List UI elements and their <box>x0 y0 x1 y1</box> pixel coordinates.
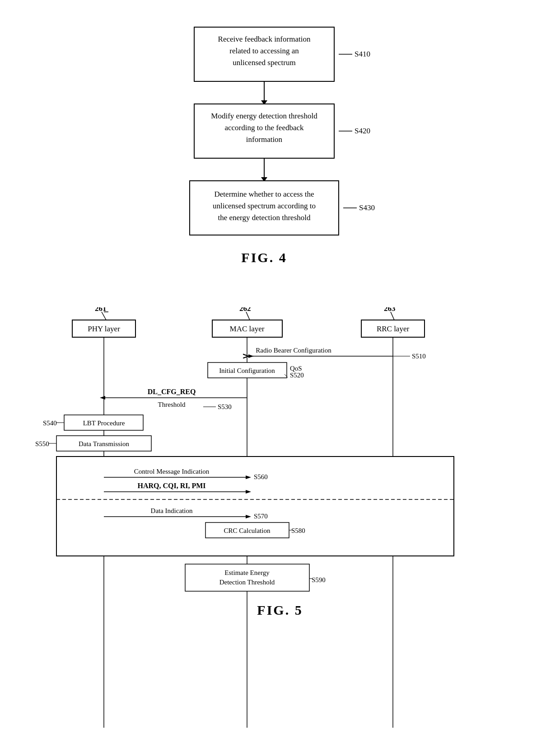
svg-line-27 <box>246 312 250 320</box>
svg-text:S430: S430 <box>359 203 375 212</box>
svg-text:Receive feedback information: Receive feedback information <box>218 35 311 43</box>
svg-text:S410: S410 <box>355 50 370 58</box>
svg-text:263: 263 <box>384 307 396 313</box>
svg-text:S590: S590 <box>312 576 326 584</box>
svg-text:CRC Calculation: CRC Calculation <box>224 527 271 534</box>
fig5-container: 261 262 263 PHY layer MAC layer RRC laye… <box>32 307 528 739</box>
svg-text:PHY layer: PHY layer <box>88 325 120 333</box>
svg-text:S550: S550 <box>35 440 49 447</box>
svg-line-25 <box>102 312 106 320</box>
svg-text:Estimate Energy: Estimate Energy <box>224 569 270 576</box>
svg-text:according to the feedback: according to the feedback <box>224 123 304 132</box>
svg-text:Radio Bearer Configuration: Radio Bearer Configuration <box>256 347 331 354</box>
svg-text:Threshold: Threshold <box>158 401 186 408</box>
page: Receive feedback information related to … <box>0 0 560 739</box>
svg-text:HARQ, CQI, RI, PMI: HARQ, CQI, RI, PMI <box>137 482 205 490</box>
svg-rect-83 <box>185 564 309 591</box>
svg-text:unlicensed spectrum according : unlicensed spectrum according to <box>213 202 316 210</box>
svg-text:FIG.  4: FIG. 4 <box>241 250 287 265</box>
svg-text:S530: S530 <box>218 403 232 410</box>
svg-text:Determine whether to access th: Determine whether to access the <box>215 190 314 198</box>
svg-text:DL_CFG_REQ: DL_CFG_REQ <box>148 388 196 395</box>
svg-text:LBT Procedure: LBT Procedure <box>83 419 125 427</box>
svg-rect-66 <box>56 457 454 556</box>
svg-text:S520: S520 <box>290 372 304 379</box>
svg-text:Initial Configuration: Initial Configuration <box>219 367 275 374</box>
svg-text:S420: S420 <box>355 127 370 135</box>
svg-text:262: 262 <box>239 307 251 313</box>
svg-marker-43 <box>248 354 254 358</box>
svg-text:S570: S570 <box>254 513 268 520</box>
svg-text:261: 261 <box>95 307 107 313</box>
svg-text:the energy detection threshold: the energy detection threshold <box>218 213 311 222</box>
svg-text:Modify energy detection thresh: Modify energy detection threshold <box>211 112 317 120</box>
svg-text:unlicensed spectrum: unlicensed spectrum <box>233 58 295 67</box>
svg-text:FIG.  5: FIG. 5 <box>257 602 303 617</box>
svg-text:S510: S510 <box>412 353 426 360</box>
fig5-diagram: 261 262 263 PHY layer MAC layer RRC laye… <box>32 307 528 739</box>
svg-text:related to accessing an: related to accessing an <box>229 47 299 55</box>
fig4-container: Receive feedback information related to … <box>27 14 533 303</box>
svg-marker-54 <box>100 396 105 400</box>
svg-line-29 <box>391 312 394 320</box>
svg-text:Detection Threshold: Detection Threshold <box>219 579 275 586</box>
svg-text:S580: S580 <box>291 527 305 534</box>
svg-text:S560: S560 <box>254 473 268 480</box>
svg-text:RRC layer: RRC layer <box>377 325 410 333</box>
svg-text:Control Message Indication: Control Message Indication <box>134 468 210 475</box>
fig4-diagram: Receive feedback information related to … <box>122 23 438 303</box>
svg-text:QoS: QoS <box>290 365 302 372</box>
svg-text:S540: S540 <box>43 419 57 427</box>
svg-text:MAC layer: MAC layer <box>230 325 265 333</box>
svg-text:Data Indication: Data Indication <box>151 507 193 514</box>
svg-text:Data Transmission: Data Transmission <box>79 440 130 447</box>
svg-text:information: information <box>246 135 283 144</box>
